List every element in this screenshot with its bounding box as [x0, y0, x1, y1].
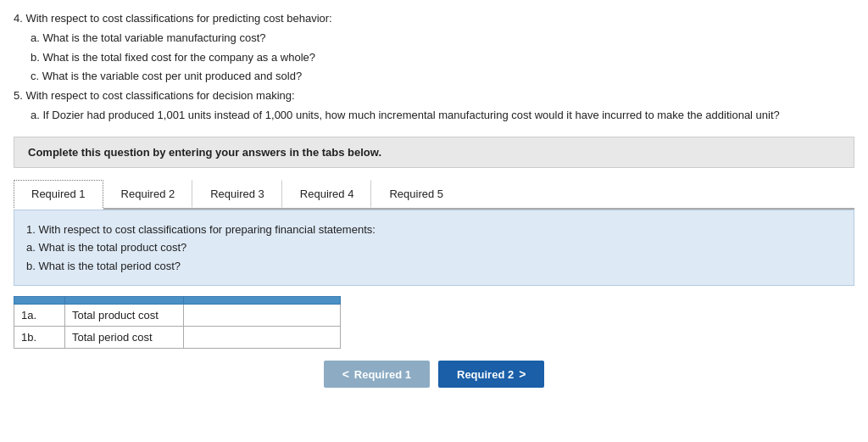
banner-text: Complete this question by entering your … — [28, 146, 381, 159]
input-1a[interactable] — [191, 309, 333, 322]
tabs-section: Required 1 Required 2 Required 3 Require… — [14, 180, 854, 210]
tabs-bar: Required 1 Required 2 Required 3 Require… — [14, 180, 854, 210]
tab-required-1[interactable]: Required 1 — [14, 180, 103, 210]
row-1a-input[interactable] — [184, 305, 341, 327]
row-1b-label: Total period cost — [65, 327, 184, 349]
question-text: 4. With respect to cost classifications … — [14, 10, 854, 125]
next-label: Required 2 — [457, 368, 514, 381]
input-1b[interactable] — [191, 331, 333, 344]
col-header-id — [14, 297, 65, 305]
content-line2: a. What is the total product cost? — [26, 238, 842, 256]
tab-required-5[interactable]: Required 5 — [371, 180, 461, 208]
content-area: 1. With respect to cost classifications … — [14, 210, 854, 286]
complete-banner: Complete this question by entering your … — [14, 137, 854, 168]
table-section: 1a. Total product cost 1b. Total period … — [14, 296, 854, 349]
q5-header: 5. With respect to cost classifications … — [14, 87, 854, 105]
q4-header: 4. With respect to cost classifications … — [14, 10, 854, 28]
table-row: 1b. Total period cost — [14, 327, 341, 349]
table-row: 1a. Total product cost — [14, 305, 341, 327]
row-1b-id: 1b. — [14, 327, 65, 349]
col-header-value — [184, 297, 341, 305]
q4a: a. What is the total variable manufactur… — [14, 30, 854, 48]
tab-required-2[interactable]: Required 2 — [103, 180, 193, 208]
prev-label: Required 1 — [354, 368, 411, 381]
row-1b-input[interactable] — [184, 327, 341, 349]
next-arrow: > — [519, 367, 526, 381]
prev-button[interactable]: < Required 1 — [324, 361, 430, 388]
nav-buttons: < Required 1 Required 2 > — [14, 361, 854, 388]
tab-required-3[interactable]: Required 3 — [192, 180, 282, 208]
row-1a-id: 1a. — [14, 305, 65, 327]
row-1a-label: Total product cost — [65, 305, 184, 327]
next-button[interactable]: Required 2 > — [438, 361, 544, 388]
content-line3: b. What is the total period cost? — [26, 257, 842, 275]
page-wrapper: 4. With respect to cost classifications … — [0, 0, 868, 398]
content-line1: 1. With respect to cost classifications … — [26, 221, 842, 238]
data-table: 1a. Total product cost 1b. Total period … — [14, 296, 341, 349]
q5a: a. If Dozier had produced 1,001 units in… — [14, 107, 854, 125]
prev-arrow: < — [342, 367, 349, 381]
col-header-label — [65, 297, 184, 305]
q4c: c. What is the variable cost per unit pr… — [14, 68, 854, 86]
tab-required-4[interactable]: Required 4 — [282, 180, 372, 208]
q4b: b. What is the total fixed cost for the … — [14, 49, 854, 67]
